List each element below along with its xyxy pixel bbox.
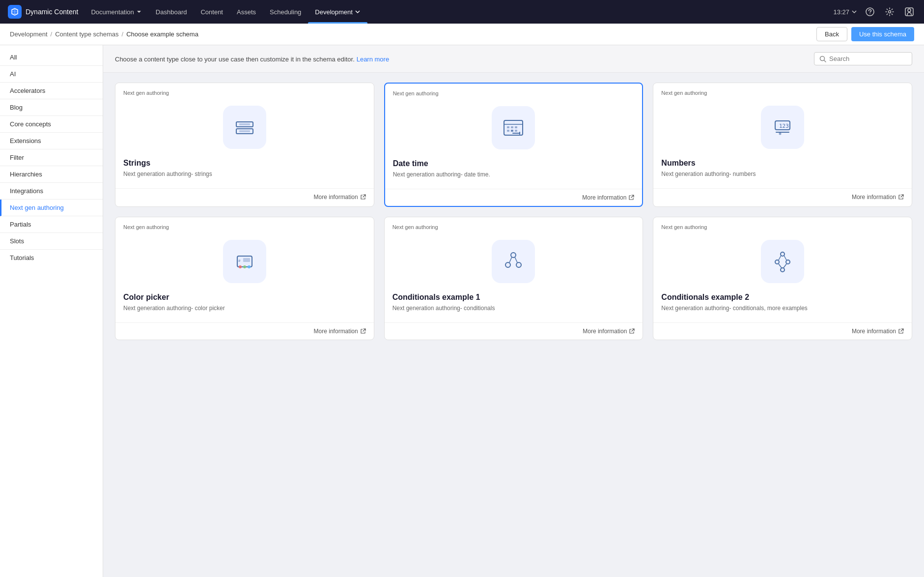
search-box[interactable] — [814, 52, 912, 65]
external-link-icon — [360, 194, 366, 200]
svg-rect-13 — [511, 126, 513, 128]
svg-text:#: # — [238, 259, 241, 263]
card-description: Next generation authoring- conditionals,… — [653, 305, 912, 322]
sidebar-item-partials[interactable]: Partials — [0, 216, 103, 233]
sidebar-item-integrations[interactable]: Integrations — [0, 183, 103, 200]
nav-item-documentation[interactable]: Documentation — [84, 0, 148, 24]
svg-line-41 — [779, 264, 782, 268]
page-layout: AllAIAcceleratorsBlogCore conceptsExtens… — [0, 45, 924, 577]
use-schema-button[interactable]: Use this schema — [851, 27, 914, 41]
search-input[interactable] — [829, 55, 907, 62]
card-title: Conditionals example 1 — [385, 293, 643, 305]
schema-card-conditionals2[interactable]: Next gen authoring Conditionals example … — [653, 217, 912, 340]
card-footer: More information — [385, 322, 643, 340]
sidebar-item-slots[interactable]: Slots — [0, 233, 103, 250]
card-description: Next generation authoring- numbers — [653, 171, 912, 188]
back-button[interactable]: Back — [816, 27, 847, 41]
card-icon-bg — [492, 240, 535, 283]
more-info-link[interactable]: More information — [582, 194, 634, 201]
nav-item-dashboard[interactable]: Dashboard — [149, 0, 194, 24]
card-icon-area: # — [115, 230, 374, 293]
more-info-link[interactable]: More information — [852, 194, 904, 201]
card-category: Next gen authoring — [385, 217, 643, 230]
external-link-icon — [629, 328, 635, 334]
cards-grid: Next gen authoring Strings Next generati… — [115, 83, 912, 340]
svg-point-30 — [511, 253, 516, 258]
sidebar-item-filter[interactable]: Filter — [0, 149, 103, 166]
card-icon-area — [115, 96, 374, 159]
nav-item-scheduling[interactable]: Scheduling — [263, 0, 308, 24]
svg-line-33 — [509, 257, 512, 262]
nav-item-development[interactable]: Development — [308, 0, 367, 24]
main-content: Choose a content type close to your use … — [103, 45, 924, 577]
card-icon-bg — [492, 106, 535, 149]
external-link-icon — [898, 328, 904, 334]
sidebar-item-accelerators[interactable]: Accelerators — [0, 83, 103, 99]
svg-point-28 — [243, 265, 246, 268]
schema-card-conditionals1[interactable]: Next gen authoring Conditionals example … — [384, 217, 644, 340]
schema-card-datetime[interactable]: Next gen authoring Date time — [384, 83, 644, 207]
svg-point-2 — [869, 13, 870, 14]
external-link-icon — [898, 194, 904, 200]
learn-more-link[interactable]: Learn more — [357, 56, 389, 63]
user-icon[interactable] — [902, 5, 916, 19]
more-info-link[interactable]: More information — [314, 328, 366, 335]
sidebar: AllAIAcceleratorsBlogCore conceptsExtens… — [0, 45, 103, 577]
nav-time: 13:27 — [833, 8, 857, 16]
card-category: Next gen authoring — [115, 217, 374, 230]
sidebar-item-extensions[interactable]: Extensions — [0, 133, 103, 149]
schema-card-strings[interactable]: Next gen authoring Strings Next generati… — [115, 83, 374, 207]
breadcrumb-bar: Development / Content type schemas / Cho… — [0, 24, 924, 45]
svg-rect-8 — [239, 123, 250, 125]
svg-point-31 — [505, 262, 510, 267]
sidebar-item-tutorials[interactable]: Tutorials — [0, 250, 103, 266]
card-footer: More information — [653, 322, 912, 340]
sidebar-item-hierarchies[interactable]: Hierarchies — [0, 166, 103, 183]
card-footer: More information — [115, 322, 374, 340]
svg-rect-14 — [515, 126, 517, 128]
card-icon-area: 123 — [653, 96, 912, 159]
card-category: Next gen authoring — [115, 83, 374, 96]
breadcrumb-development[interactable]: Development — [10, 30, 48, 38]
settings-icon[interactable] — [883, 5, 896, 19]
card-icon-bg: 123 — [761, 106, 804, 149]
card-title: Conditionals example 2 — [653, 293, 912, 305]
svg-text:123: 123 — [779, 123, 789, 129]
svg-line-39 — [779, 256, 781, 260]
sidebar-item-core-concepts[interactable]: Core concepts — [0, 116, 103, 133]
schema-card-numbers[interactable]: Next gen authoring 123 Numbers Next gene… — [653, 83, 912, 207]
external-link-icon — [628, 195, 634, 201]
schema-card-colorpicker[interactable]: Next gen authoring # Color picker Next g… — [115, 217, 374, 340]
svg-point-3 — [889, 11, 891, 13]
more-info-link[interactable]: More information — [583, 328, 635, 335]
more-info-link[interactable]: More information — [314, 194, 366, 201]
svg-line-40 — [784, 256, 786, 260]
sidebar-item-blog[interactable]: Blog — [0, 99, 103, 116]
svg-point-23 — [779, 133, 782, 135]
card-title: Color picker — [115, 293, 374, 305]
card-category: Next gen authoring — [385, 84, 643, 96]
sidebar-item-all[interactable]: All — [0, 49, 103, 66]
svg-point-27 — [239, 265, 242, 268]
app-logo[interactable]: Dynamic Content — [8, 5, 78, 19]
breadcrumb-actions: Back Use this schema — [816, 27, 914, 41]
sidebar-item-ai[interactable]: AI — [0, 66, 103, 83]
more-info-link[interactable]: More information — [852, 328, 904, 335]
search-icon — [819, 56, 826, 62]
breadcrumb: Development / Content type schemas / Cho… — [10, 30, 198, 38]
card-icon-area — [385, 96, 643, 159]
nav-item-content[interactable]: Content — [194, 0, 230, 24]
card-title: Numbers — [653, 159, 912, 171]
sidebar-item-next-gen-authoring[interactable]: Next gen authoring — [0, 200, 103, 216]
help-icon[interactable] — [863, 5, 877, 19]
external-link-icon — [360, 328, 366, 334]
breadcrumb-current: Choose example schema — [126, 30, 198, 38]
svg-rect-26 — [243, 258, 250, 262]
breadcrumb-content-type-schemas[interactable]: Content type schemas — [55, 30, 118, 38]
card-description: Next generation authoring- strings — [115, 171, 374, 188]
card-description: Next generation authoring- color picker — [115, 305, 374, 322]
svg-point-35 — [781, 252, 784, 256]
nav-item-assets[interactable]: Assets — [230, 0, 263, 24]
app-name: Dynamic Content — [26, 8, 78, 16]
info-text: Choose a content type close to your use … — [115, 56, 355, 63]
